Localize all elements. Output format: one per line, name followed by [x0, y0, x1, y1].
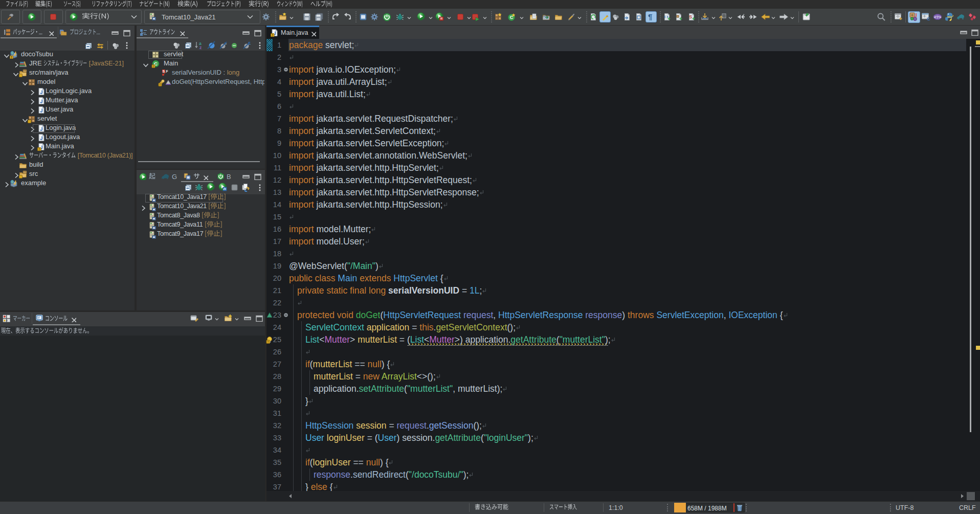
svg-text:z: z [199, 45, 202, 50]
svg-text:S: S [689, 14, 692, 19]
svg-text:F: F [166, 70, 168, 73]
svg-text:<?>: <?> [934, 15, 942, 19]
svg-text:S: S [163, 70, 165, 73]
svg-text:C: C [927, 16, 930, 21]
